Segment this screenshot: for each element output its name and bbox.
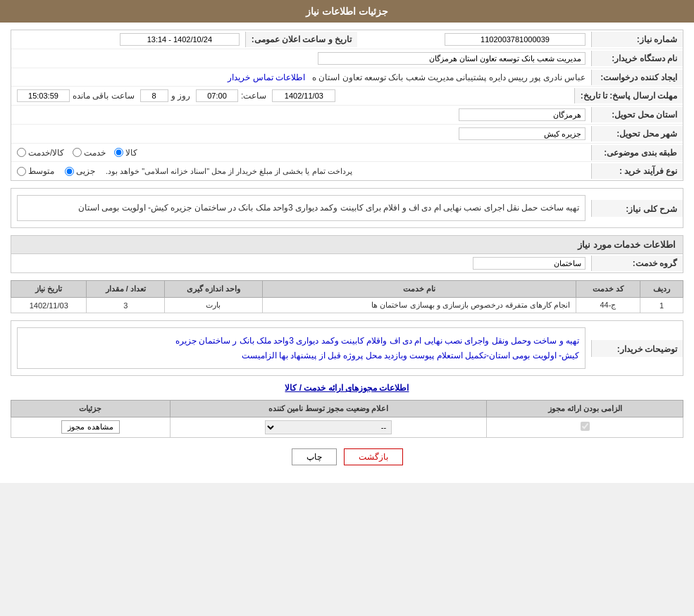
row-category: طبقه بندی موضوعی: کالا/خدمت خدمت کالا	[11, 144, 683, 162]
radio-khedmat-label: خدمت	[84, 148, 106, 158]
buyer-notes-line1: تهیه و ساخت وحمل ونقل واجرای نصب نهایی ا…	[175, 336, 579, 346]
value-announce-date	[11, 30, 245, 49]
cell-required	[487, 417, 683, 437]
value-delivery-province	[11, 106, 591, 124]
label-category: طبقه بندی موضوعی:	[591, 145, 683, 161]
radio-kala[interactable]: کالا	[114, 148, 137, 158]
radio-kala-khedmat-input[interactable]	[17, 148, 26, 157]
row-buyer-org: نام دستگاه خریدار:	[11, 49, 683, 68]
remaining-time-input[interactable]	[17, 89, 70, 102]
description-text: تهیه ساخت حمل نقل اجرای نصب نهایی ام دی …	[17, 195, 585, 221]
cell-service-name: انجام کارهای متفرقه درخصوص بازسازی و بهس…	[262, 298, 576, 313]
cell-details: مشاهده مجوز	[11, 417, 171, 437]
label-buyer-org: نام دستگاه خریدار:	[591, 51, 683, 66]
row-need-number: شماره نیاز: تاریخ و ساعت اعلان عمومی:	[11, 30, 683, 49]
radio-jozi[interactable]: جزیی	[65, 166, 95, 176]
radio-kala-input[interactable]	[114, 148, 123, 157]
radio-kala-khedmat[interactable]: کالا/خدمت	[17, 148, 64, 158]
label-creator: ایجاد کننده درخواست:	[591, 70, 683, 85]
cell-service-code: ج-44	[576, 298, 640, 313]
radio-kala-label: کالا	[125, 148, 137, 158]
row-reply-deadline: مهلت ارسال پاسخ: تا تاریخ: ساعت باقی مان…	[11, 87, 683, 106]
value-purchase-type: متوسط جزیی پرداخت تمام یا بخشی از مبلغ خ…	[11, 163, 591, 179]
service-group-input[interactable]	[473, 257, 585, 270]
label-remaining: ساعت باقی مانده	[73, 91, 135, 101]
label-time: ساعت:	[241, 91, 266, 101]
services-table-section: ردیف کد خدمت نام خدمت واحد اندازه گیری ت…	[11, 280, 683, 313]
table-row: -- مشاهده مجوز	[11, 417, 683, 437]
delivery-city-input[interactable]	[459, 127, 585, 140]
need-description-section: شرح کلی نیاز: تهیه ساخت حمل نقل اجرای نص…	[11, 188, 683, 228]
buyer-org-input[interactable]	[318, 52, 585, 65]
th-service-code: کد خدمت	[576, 281, 640, 298]
purchase-note: پرداخت تمام یا بخشی از مبلغ خریدار از مح…	[106, 167, 352, 176]
permits-table-section: الزامی بودن ارائه مجوز اعلام وضعیت مجوز …	[11, 400, 683, 438]
value-need-description: تهیه ساخت حمل نقل اجرای نصب نهایی ام دی …	[11, 189, 591, 227]
radio-motavasset-label: متوسط	[28, 166, 54, 176]
th-row-num: ردیف	[640, 281, 683, 298]
services-section-title: اطلاعات خدمات مورد نیاز	[11, 235, 683, 253]
th-status: اعلام وضعیت مجوز توسط نامین کننده	[170, 400, 486, 417]
row-need-description: شرح کلی نیاز: تهیه ساخت حمل نقل اجرای نص…	[11, 189, 683, 227]
value-category: کالا/خدمت خدمت کالا	[11, 145, 591, 161]
row-delivery-province: استان محل تحویل:	[11, 106, 683, 125]
view-permit-button[interactable]: مشاهده مجوز	[61, 420, 119, 434]
label-buyer-notes: توضیحات خریدار:	[591, 340, 683, 357]
table-row: 1 ج-44 انجام کارهای متفرقه درخصوص بازساز…	[11, 298, 683, 313]
info-section: شماره نیاز: تاریخ و ساعت اعلان عمومی: نا…	[11, 30, 683, 181]
th-service-name: نام خدمت	[262, 281, 576, 298]
value-service-group	[11, 254, 591, 272]
cell-date: 1402/11/03	[11, 298, 87, 313]
row-purchase-type: نوع فرآیند خرید : متوسط جزیی پرداخت تمام…	[11, 162, 683, 180]
need-number-input[interactable]	[445, 33, 585, 46]
days-input[interactable]	[140, 89, 168, 102]
days-group: روز و	[140, 89, 190, 102]
buyer-notes-section: توضیحات خریدار: تهیه و ساخت وحمل ونقل وا…	[11, 320, 683, 376]
remaining-group: ساعت باقی مانده	[17, 89, 135, 102]
th-required: الزامی بودن ارائه مجوز	[487, 400, 683, 417]
category-radio-group: کالا/خدمت خدمت کالا	[17, 148, 585, 158]
label-days: روز و	[171, 91, 190, 101]
date-group	[272, 89, 335, 102]
label-delivery-province: استان محل تحویل:	[591, 107, 683, 122]
value-creator: عباس نادری پور رییس دایره پشتیبانی مدیری…	[11, 70, 591, 85]
radio-motavasset-input[interactable]	[17, 167, 26, 176]
radio-motavasset[interactable]: متوسط	[17, 166, 54, 176]
required-checkbox[interactable]	[581, 422, 590, 431]
cell-unit: بارت	[165, 298, 263, 313]
radio-jozi-input[interactable]	[65, 167, 74, 176]
print-button[interactable]: چاپ	[292, 448, 337, 465]
cell-quantity: 3	[87, 298, 165, 313]
page-container: جزئیات اطلاعات نیاز شماره نیاز: تاریخ و …	[0, 0, 694, 483]
value-reply-deadline: ساعت باقی مانده روز و ساعت:	[11, 87, 574, 105]
time-input[interactable]	[196, 89, 238, 102]
permits-table: الزامی بودن ارائه مجوز اعلام وضعیت مجوز …	[11, 400, 683, 438]
buyer-notes-text: تهیه و ساخت وحمل ونقل واجرای نصب نهایی ا…	[17, 327, 585, 369]
bottom-buttons: بازگشت چاپ	[11, 448, 683, 465]
label-purchase-type: نوع فرآیند خرید :	[591, 163, 683, 179]
creator-contact-link[interactable]: اطلاعات تماس خریدار	[228, 73, 305, 82]
label-delivery-city: شهر محل تحویل:	[591, 126, 683, 142]
label-need-number: شماره نیاز:	[591, 32, 683, 47]
back-button[interactable]: بازگشت	[344, 448, 403, 465]
services-table: ردیف کد خدمت نام خدمت واحد اندازه گیری ت…	[11, 280, 683, 313]
cell-row-num: 1	[640, 298, 683, 313]
creator-text: عباس نادری پور رییس دایره پشتیبانی مدیری…	[312, 73, 585, 82]
status-select[interactable]: --	[265, 420, 392, 434]
date-input[interactable]	[272, 89, 335, 102]
time-group: ساعت:	[196, 89, 266, 102]
service-group-section: گروه خدمت:	[11, 253, 683, 273]
row-service-group: گروه خدمت:	[11, 254, 683, 272]
label-service-group: گروه خدمت:	[591, 256, 683, 271]
delivery-province-input[interactable]	[459, 108, 585, 121]
label-announce-date: تاریخ و ساعت اعلان عمومی:	[245, 32, 357, 47]
radio-khedmat[interactable]: خدمت	[73, 148, 106, 158]
value-need-number	[357, 30, 591, 49]
value-delivery-city	[11, 125, 591, 143]
radio-khedmat-input[interactable]	[73, 148, 82, 157]
announce-date-input[interactable]	[120, 33, 240, 46]
row-creator: ایجاد کننده درخواست: عباس نادری پور رییس…	[11, 68, 683, 87]
main-content: شماره نیاز: تاریخ و ساعت اعلان عمومی: نا…	[0, 23, 694, 483]
radio-kala-khedmat-label: کالا/خدمت	[28, 148, 64, 158]
row-delivery-city: شهر محل تحویل:	[11, 125, 683, 144]
